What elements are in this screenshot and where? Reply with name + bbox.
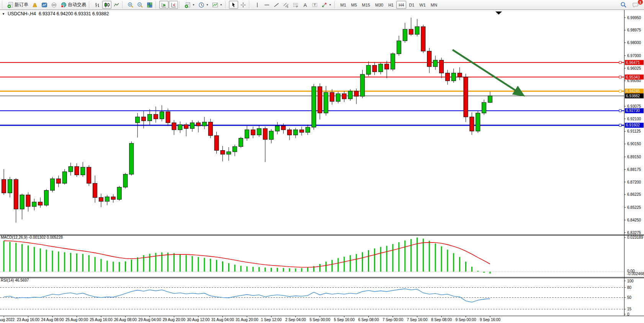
svg-text:6.89150: 6.89150 — [627, 155, 641, 159]
trading-chart[interactable]: 6.999506.989756.980006.970006.960256.950… — [0, 10, 644, 323]
timeframe-button-M30[interactable]: M30 — [373, 1, 386, 9]
timeframe-button-M1[interactable]: M1 — [338, 1, 348, 9]
auto-trading-icon — [60, 2, 67, 8]
mt4-terminal: 新订单 — [0, 0, 644, 323]
toolbar-grip — [2, 1, 4, 8]
svg-text:6.86225: 6.86225 — [627, 192, 641, 197]
new-order-button[interactable]: 新订单 — [6, 1, 30, 9]
trendline-icon — [273, 2, 280, 8]
label-button[interactable]: T — [310, 1, 319, 9]
bar-chart-button[interactable] — [93, 1, 102, 9]
main-toolbar: 新订单 — [0, 0, 644, 10]
svg-text:6.85225: 6.85225 — [627, 205, 641, 210]
toolbar-separator — [334, 1, 337, 8]
toolbar-separator — [155, 1, 158, 8]
svg-text:MACD(12,26,9) -0.001302 0.0052: MACD(12,26,9) -0.001302 0.005228 — [1, 235, 63, 239]
line-chart-button[interactable] — [112, 1, 121, 9]
dropdown-caret-icon: ▼ — [192, 3, 195, 6]
horizontal-line-icon — [264, 2, 270, 8]
toolbar-separator — [225, 1, 227, 8]
trendline-button[interactable] — [272, 1, 281, 9]
auto-scroll-icon — [161, 2, 167, 8]
svg-text:7 Sep 00:00: 7 Sep 00:00 — [382, 318, 403, 322]
text-button[interactable]: A — [301, 1, 310, 9]
clock-icon — [198, 2, 204, 8]
svg-text:6.98975: 6.98975 — [627, 28, 641, 32]
svg-text:6.92730: 6.92730 — [626, 108, 640, 113]
zoom-out-icon — [137, 2, 143, 8]
crosshair-button[interactable] — [239, 1, 248, 9]
market-button[interactable] — [40, 1, 49, 9]
horizontal-line-button[interactable] — [262, 1, 271, 9]
notification-badge[interactable]: 1 — [637, 0, 643, 5]
cursor-button[interactable] — [229, 1, 238, 9]
svg-text:23 Aug 16:00: 23 Aug 16:00 — [17, 318, 39, 322]
timeframe-button-H1[interactable]: H1 — [386, 1, 396, 9]
svg-text:29 Aug 20:00: 29 Aug 20:00 — [163, 318, 185, 322]
svg-text:-0.002468: -0.002468 — [627, 272, 644, 276]
templates-button[interactable]: ▼ — [211, 1, 224, 9]
toolbar-separator — [249, 1, 251, 8]
chart-ohlc-values: 6.93374 6.94200 6.93331 6.93882 — [39, 11, 109, 16]
chart-title: ▼ USDCNH-,H4 6.93374 6.94200 6.93331 6.9… — [2, 11, 109, 16]
deposit-button[interactable] — [30, 1, 39, 9]
chart-template-icon — [212, 2, 218, 8]
zoom-in-button[interactable] — [126, 1, 135, 9]
dropdown-caret-icon: ▼ — [220, 3, 222, 6]
svg-text:6.90150: 6.90150 — [627, 142, 641, 146]
signals-icon — [51, 2, 57, 8]
svg-text:RSI(14) 46.5697: RSI(14) 46.5697 — [1, 278, 29, 282]
zoom-in-icon — [127, 2, 134, 8]
svg-text:6.98000: 6.98000 — [627, 41, 641, 45]
timeframe-button-MN[interactable]: MN — [428, 1, 440, 9]
new-order-icon — [7, 2, 13, 8]
arrows-button[interactable]: ▼ — [320, 1, 333, 9]
one-click-trading-caret-icon[interactable]: ▼ — [2, 12, 5, 16]
svg-text:7 Sep 16:00: 7 Sep 16:00 — [407, 318, 428, 322]
indicators-button[interactable]: ▼ — [183, 1, 196, 9]
svg-text:100: 100 — [627, 279, 634, 283]
svg-text:6.88175: 6.88175 — [627, 167, 641, 172]
svg-text:23 Aug 2022: 23 Aug 2022 — [0, 318, 15, 322]
chart-window: ▼ USDCNH-,H4 6.93374 6.94200 6.93331 6.9… — [0, 10, 644, 323]
chart-symbol-period: USDCNH-,H4 — [8, 11, 36, 16]
vertical-line-button[interactable] — [253, 1, 262, 9]
svg-text:T: T — [314, 3, 315, 7]
svg-text:F: F — [296, 5, 298, 8]
tile-windows-button[interactable] — [145, 1, 154, 9]
svg-text:30 Aug 12:00: 30 Aug 12:00 — [187, 318, 210, 322]
timeframe-button-D1[interactable]: D1 — [407, 1, 417, 9]
svg-text:1 Sep 12:00: 1 Sep 12:00 — [261, 318, 282, 322]
auto-trading-button[interactable]: 自动交易 — [59, 1, 88, 9]
svg-text:6.97000: 6.97000 — [627, 54, 641, 58]
timeframe-button-H4[interactable]: H4 — [396, 1, 406, 9]
line-chart-icon — [113, 2, 119, 8]
timeframe-button-W1[interactable]: W1 — [417, 1, 428, 9]
search-button[interactable] — [619, 1, 628, 9]
text-icon: A — [302, 2, 308, 8]
svg-text:24 Aug 08:00: 24 Aug 08:00 — [41, 318, 64, 322]
svg-text:0: 0 — [627, 312, 629, 316]
svg-text:6.92100: 6.92100 — [627, 117, 641, 121]
svg-text:6.93882: 6.93882 — [626, 94, 640, 98]
auto-scroll-button[interactable] — [159, 1, 168, 9]
signals-button[interactable] — [49, 1, 59, 9]
svg-text:6.83275: 6.83275 — [627, 231, 641, 235]
auto-trading-label: 自动交易 — [68, 2, 86, 8]
candle-chart-button[interactable] — [102, 1, 111, 9]
periods-button[interactable]: ▼ — [197, 1, 210, 9]
toolbar-separator — [89, 1, 91, 8]
bar-chart-icon — [94, 2, 100, 8]
dropdown-caret-icon: ▼ — [206, 3, 209, 6]
channel-button[interactable]: E — [281, 1, 291, 9]
timeframe-button-M15[interactable]: M15 — [360, 1, 372, 9]
fibonacci-button[interactable]: F — [291, 1, 300, 9]
timeframe-button-M5[interactable]: M5 — [349, 1, 359, 9]
svg-text:80: 80 — [627, 285, 632, 290]
toolbar-separator — [179, 1, 181, 8]
svg-text:15: 15 — [627, 307, 632, 311]
new-order-label: 新订单 — [15, 2, 28, 8]
zoom-out-button[interactable] — [136, 1, 145, 9]
chart-shift-button[interactable] — [169, 1, 178, 9]
svg-text:31 Aug 20:00: 31 Aug 20:00 — [236, 318, 258, 322]
